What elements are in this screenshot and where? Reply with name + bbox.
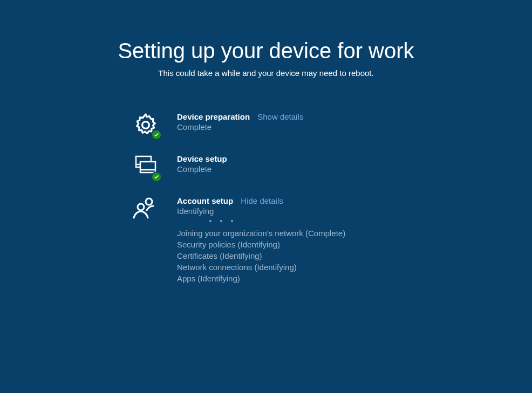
page-title: Setting up your device for work [0,39,532,63]
devices-icon [133,154,164,181]
device-prep-label: Device preparation [177,112,250,121]
svg-point-5 [146,198,152,205]
device-setup-label: Device setup [177,154,227,163]
device-prep-show-details-link[interactable]: Show details [257,112,303,121]
section-account-setup: Account setup Hide details Identifying J… [133,196,532,284]
account-setup-details: Joining your organization's network (Com… [177,227,345,284]
detail-line: Joining your organization's network (Com… [177,227,345,239]
setup-sections: Device preparation Show details Complete [133,112,532,284]
device-setup-status: Complete [177,164,227,174]
account-setup-status: Identifying [177,206,345,216]
account-setup-hide-details-link[interactable]: Hide details [241,196,283,205]
svg-rect-3 [140,162,155,173]
progress-indicator [177,220,345,223]
check-badge-icon [151,129,162,140]
section-device-setup: Device setup Complete [133,154,532,181]
device-prep-status: Complete [177,122,303,132]
section-device-preparation: Device preparation Show details Complete [133,112,532,139]
gear-icon [133,112,164,139]
detail-line: Security policies (Identifying) [177,239,345,250]
account-setup-label: Account setup [177,196,233,205]
check-badge-icon [151,171,162,182]
svg-point-0 [142,122,149,129]
people-icon [133,196,164,223]
setup-screen: Setting up your device for work This cou… [0,0,532,284]
detail-line: Network connections (Identifying) [177,261,345,273]
svg-point-6 [138,204,144,210]
detail-line: Certificates (Identifying) [177,250,345,261]
detail-line: Apps (Identifying) [177,273,345,284]
page-subtitle: This could take a while and your device … [0,68,532,78]
